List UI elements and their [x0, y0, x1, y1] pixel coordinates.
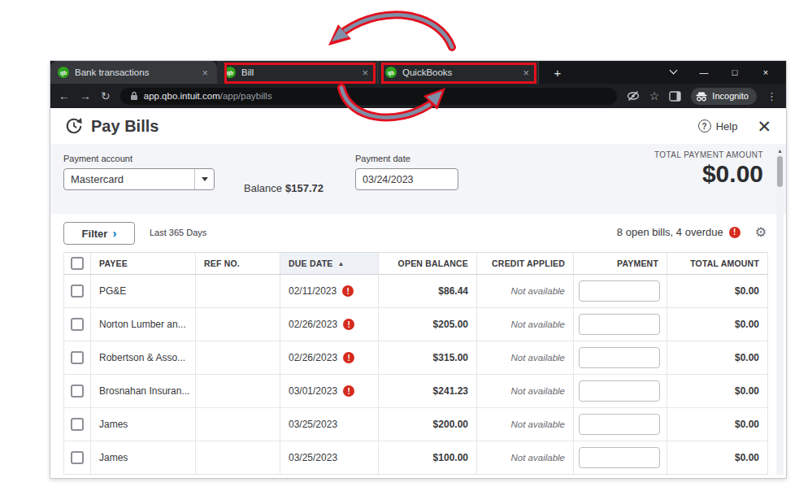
payment-date-group: Payment date	[355, 154, 458, 190]
scroll-up-icon[interactable]: ▲	[776, 147, 784, 155]
total-amount-cell: $0.00	[667, 275, 767, 307]
credit-applied-cell: Not available	[477, 275, 574, 307]
row-checkbox[interactable]	[71, 451, 84, 464]
table-row: PG&E 02/11/2023! $86.44 Not available $0…	[64, 275, 767, 308]
header-payment[interactable]: PAYMENT	[574, 253, 667, 274]
overdue-icon: !	[343, 352, 354, 363]
header-total-amount[interactable]: TOTAL AMOUNT	[667, 253, 767, 274]
payment-input[interactable]	[579, 347, 660, 368]
tab-label: QuickBooks	[402, 67, 515, 77]
ref-cell	[196, 408, 280, 441]
payment-input[interactable]	[579, 414, 660, 435]
select-all-checkbox[interactable]	[71, 257, 84, 270]
total-amount-cell: $0.00	[667, 441, 767, 474]
browser-toolbar: ← → ↻ app.qbo.intuit.com/app/paybills ☆ …	[50, 84, 786, 108]
vertical-scrollbar[interactable]: ▲	[776, 147, 784, 475]
ref-cell	[196, 341, 280, 374]
header-credit-applied[interactable]: CREDIT APPLIED	[477, 253, 574, 274]
browser-menu-icon[interactable]: ⋮	[766, 90, 778, 102]
tab-bank-transactions[interactable]: qb Bank transactions ×	[50, 61, 217, 84]
help-label: Help	[716, 120, 738, 133]
total-payment-value: $0.00	[654, 160, 763, 188]
window-controls: — □ ×	[658, 61, 786, 84]
gear-icon[interactable]: ⚙	[755, 224, 766, 240]
quickbooks-favicon: qb	[58, 67, 69, 78]
tab-quickbooks[interactable]: qb QuickBooks ×	[378, 61, 539, 84]
page-close-icon[interactable]: ✕	[757, 118, 771, 135]
filter-bar: Filter › Last 365 Days 8 open bills, 4 o…	[50, 214, 786, 252]
table-header-row: PAYEE REF NO. DUE DATE▲ OPEN BALANCE CRE…	[64, 252, 767, 275]
new-tab-button[interactable]: +	[547, 61, 568, 84]
paybills-page: Pay Bills ? Help ✕ Payment account Maste…	[50, 108, 786, 478]
forward-icon[interactable]: →	[80, 90, 91, 102]
payment-input[interactable]	[579, 447, 660, 468]
payment-input[interactable]	[579, 380, 660, 402]
row-checkbox[interactable]	[71, 418, 84, 431]
row-checkbox[interactable]	[71, 351, 84, 364]
reload-icon[interactable]: ↻	[101, 90, 111, 102]
balance-label: Balance	[244, 182, 282, 194]
tab-close-icon[interactable]: ×	[360, 67, 370, 78]
due-date-cell: 02/26/2023!	[280, 341, 379, 374]
eye-off-icon[interactable]	[627, 90, 640, 102]
window-close-button[interactable]: ×	[750, 67, 781, 77]
side-panel-icon[interactable]	[669, 91, 681, 102]
header-ref-no[interactable]: REF NO.	[196, 253, 280, 274]
minimize-button[interactable]: —	[688, 67, 719, 77]
row-checkbox[interactable]	[71, 285, 84, 298]
header-payee[interactable]: PAYEE	[91, 253, 196, 274]
payee-cell: Norton Lumber an...	[91, 308, 196, 341]
help-button[interactable]: ? Help	[698, 119, 738, 133]
tab-label: Bill	[241, 67, 354, 77]
due-date-cell: 02/11/2023!	[280, 275, 379, 307]
incognito-label: Incognito	[712, 91, 749, 101]
chevron-down-icon[interactable]	[658, 67, 688, 77]
tab-close-icon[interactable]: ×	[200, 67, 210, 78]
quickbooks-favicon: qb	[224, 67, 236, 78]
payment-controls-panel: Payment account Mastercard Balance$157.7…	[50, 144, 786, 214]
open-balance-cell: $100.00	[379, 441, 477, 474]
credit-applied-cell: Not available	[477, 408, 574, 441]
payment-account-select[interactable]: Mastercard	[63, 168, 215, 190]
tab-bill[interactable]: qb Bill ×	[217, 61, 378, 84]
tab-strip: qb Bank transactions × qb Bill × qb Quic…	[50, 61, 786, 84]
payment-input[interactable]	[579, 314, 660, 335]
ref-cell	[196, 308, 280, 341]
payment-input[interactable]	[579, 280, 660, 302]
page-title: Pay Bills	[91, 117, 158, 136]
lock-icon	[130, 91, 138, 101]
due-date-cell: 03/01/2023!	[280, 375, 379, 407]
credit-applied-cell: Not available	[477, 375, 574, 407]
filter-chevron-icon: ›	[112, 227, 116, 239]
address-bar[interactable]: app.qbo.intuit.com/app/paybills	[120, 88, 617, 105]
chevron-down-icon[interactable]	[194, 169, 214, 189]
payee-cell: Robertson & Asso...	[91, 341, 196, 374]
ref-cell	[196, 441, 280, 474]
sort-ascending-icon: ▲	[338, 260, 345, 267]
open-balance-cell: $205.00	[379, 308, 477, 341]
back-icon[interactable]: ←	[59, 90, 70, 102]
header-open-balance[interactable]: OPEN BALANCE	[379, 253, 477, 274]
open-balance-cell: $86.44	[379, 275, 477, 307]
tab-close-icon[interactable]: ×	[521, 67, 531, 78]
balance-value: $157.72	[285, 182, 323, 194]
table-row: James 03/25/2023! $200.00 Not available …	[64, 408, 767, 441]
header-due-date[interactable]: DUE DATE▲	[280, 253, 379, 274]
credit-applied-cell: Not available	[477, 341, 574, 374]
maximize-button[interactable]: □	[719, 67, 750, 77]
desktop: qb Bank transactions × qb Bill × qb Quic…	[0, 0, 812, 504]
credit-applied-cell: Not available	[477, 308, 574, 341]
total-payment-label: TOTAL PAYMENT AMOUNT	[654, 150, 763, 159]
open-bills-summary: 8 open bills, 4 overdue	[617, 226, 723, 238]
bookmark-star-icon[interactable]: ☆	[649, 89, 660, 102]
payment-date-input[interactable]	[355, 168, 458, 190]
overdue-icon: !	[343, 385, 354, 397]
table-row: James 03/25/2023! $100.00 Not available …	[64, 441, 767, 475]
row-checkbox[interactable]	[71, 385, 84, 398]
scrollbar-thumb[interactable]	[777, 156, 783, 187]
table-row: Robertson & Asso... 02/26/2023! $315.00 …	[64, 341, 767, 375]
overdue-icon: !	[342, 285, 354, 297]
filter-button[interactable]: Filter ›	[63, 222, 135, 245]
total-payment-group: TOTAL PAYMENT AMOUNT $0.00	[654, 150, 763, 188]
row-checkbox[interactable]	[71, 318, 84, 331]
